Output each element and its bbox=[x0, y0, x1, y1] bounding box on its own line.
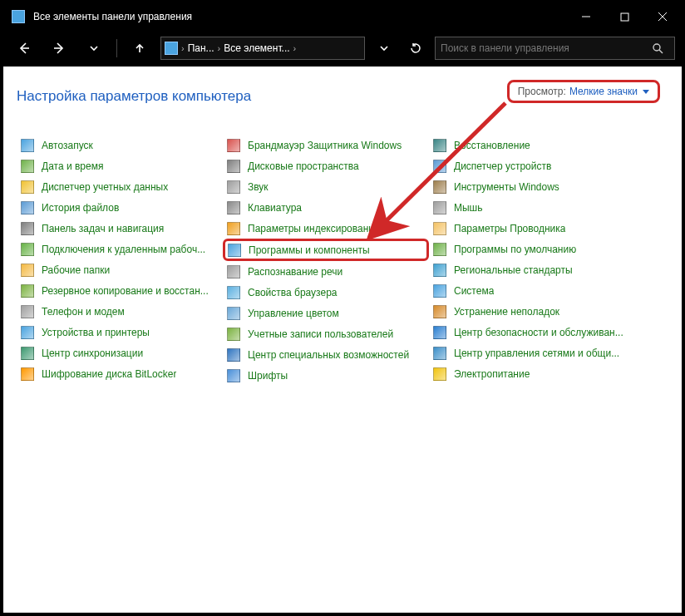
item-label: Дисковые пространства bbox=[248, 160, 359, 172]
item-icon bbox=[226, 221, 241, 236]
close-button[interactable] bbox=[643, 3, 682, 30]
item-label: Устранение неполадок bbox=[454, 306, 559, 318]
cp-item[interactable]: Мышь bbox=[429, 197, 635, 218]
item-label: Автозапуск bbox=[42, 140, 93, 151]
item-icon bbox=[20, 221, 35, 236]
cp-item[interactable]: Распознавание речи bbox=[223, 261, 429, 282]
chevron-right-icon: › bbox=[218, 43, 221, 53]
item-label: Диспетчер учетных данных bbox=[42, 181, 168, 193]
cp-item[interactable]: Телефон и модем bbox=[17, 301, 223, 322]
minimize-button[interactable] bbox=[567, 3, 605, 30]
cp-item[interactable]: Параметры индексирования bbox=[223, 218, 429, 239]
item-label: Восстановление bbox=[454, 140, 530, 151]
cp-item[interactable]: Устройства и принтеры bbox=[17, 322, 223, 342]
item-label: Программы по умолчанию bbox=[454, 244, 576, 255]
cp-item[interactable]: Свойства браузера bbox=[223, 282, 429, 303]
cp-item[interactable]: Шрифты bbox=[223, 365, 429, 386]
item-label: Резервное копирование и восстан... bbox=[42, 285, 209, 297]
item-icon bbox=[20, 325, 35, 340]
cp-item[interactable]: Система bbox=[429, 280, 635, 301]
item-label: Звук bbox=[248, 181, 269, 193]
address-dropdown[interactable] bbox=[372, 37, 397, 60]
item-icon bbox=[432, 138, 447, 153]
chevron-right-icon: › bbox=[181, 43, 185, 53]
cp-item[interactable]: Шифрование диска BitLocker bbox=[17, 363, 223, 384]
cp-item[interactable]: Дисковые пространства bbox=[223, 155, 429, 176]
nav-forward-button[interactable] bbox=[45, 37, 73, 60]
app-icon bbox=[12, 10, 25, 23]
address-bar[interactable]: › Пан... › Все элемент... › bbox=[160, 37, 365, 60]
item-label: Распознавание речи bbox=[248, 266, 342, 278]
cp-item[interactable]: Восстановление bbox=[429, 135, 635, 155]
search-icon[interactable] bbox=[646, 42, 669, 54]
item-label: Программы и компоненты bbox=[249, 244, 370, 256]
item-icon bbox=[227, 243, 242, 258]
cp-item[interactable]: Клавиатура bbox=[223, 197, 429, 218]
cp-item[interactable]: Брандмауэр Защитника Windows bbox=[223, 135, 429, 155]
item-label: Шифрование диска BitLocker bbox=[42, 368, 176, 380]
cp-item[interactable]: Учетные записи пользователей bbox=[223, 323, 429, 344]
cp-item[interactable]: Устранение неполадок bbox=[429, 301, 635, 322]
search-box[interactable] bbox=[435, 37, 675, 60]
item-icon bbox=[226, 180, 241, 195]
item-label: Дата и время bbox=[42, 160, 103, 172]
cp-item[interactable]: Диспетчер устройств bbox=[429, 155, 635, 176]
cp-item[interactable]: Электропитание bbox=[429, 363, 635, 384]
address-icon bbox=[165, 42, 178, 55]
item-icon bbox=[432, 263, 447, 278]
cp-item[interactable]: Инструменты Windows bbox=[429, 176, 635, 197]
cp-item[interactable]: Центр безопасности и обслуживан... bbox=[429, 322, 635, 342]
item-icon bbox=[20, 159, 35, 174]
view-value[interactable]: Мелкие значки bbox=[569, 86, 638, 97]
item-label: Параметры Проводника bbox=[454, 223, 565, 234]
column-1: Брандмауэр Защитника WindowsДисковые про… bbox=[223, 135, 429, 386]
items-grid: АвтозапускДата и времяДиспетчер учетных … bbox=[17, 135, 668, 386]
cp-item[interactable]: Параметры Проводника bbox=[429, 218, 635, 239]
item-label: Инструменты Windows bbox=[454, 181, 559, 193]
item-icon bbox=[226, 368, 241, 383]
item-label: Диспетчер устройств bbox=[454, 160, 551, 172]
item-icon bbox=[432, 200, 447, 215]
control-panel-window: Все элементы панели управления › Пан... bbox=[0, 0, 685, 616]
cp-item[interactable]: Дата и время bbox=[17, 155, 223, 176]
cp-item[interactable]: История файлов bbox=[17, 197, 223, 218]
cp-item[interactable]: Программы по умолчанию bbox=[429, 239, 635, 259]
cp-item[interactable]: Центр управления сетями и общи... bbox=[429, 342, 635, 363]
refresh-button[interactable] bbox=[403, 37, 428, 60]
item-label: Подключения к удаленным рабоч... bbox=[42, 244, 205, 255]
item-label: Параметры индексирования bbox=[248, 223, 379, 234]
search-input[interactable] bbox=[441, 42, 646, 54]
cp-item[interactable]: Рабочие папки bbox=[17, 259, 223, 280]
item-icon bbox=[20, 263, 35, 278]
item-icon bbox=[20, 304, 35, 319]
breadcrumb-2[interactable]: Все элемент... bbox=[224, 42, 289, 54]
item-icon bbox=[20, 346, 35, 361]
item-icon bbox=[432, 325, 447, 340]
cp-item[interactable]: Подключения к удаленным рабоч... bbox=[17, 239, 223, 259]
nav-up-button[interactable] bbox=[126, 37, 154, 60]
item-label: Система bbox=[454, 285, 494, 297]
cp-item[interactable]: Звук bbox=[223, 176, 429, 197]
cp-item[interactable]: Управление цветом bbox=[223, 303, 429, 323]
breadcrumb-1[interactable]: Пан... bbox=[188, 42, 214, 54]
item-icon bbox=[226, 159, 241, 174]
cp-item[interactable]: Региональные стандарты bbox=[429, 259, 635, 280]
column-2: ВосстановлениеДиспетчер устройствИнструм… bbox=[429, 135, 635, 386]
nav-back-button[interactable] bbox=[10, 37, 38, 60]
maximize-button[interactable] bbox=[605, 3, 643, 30]
item-icon bbox=[226, 285, 241, 300]
cp-item[interactable]: Диспетчер учетных данных bbox=[17, 176, 223, 197]
cp-item[interactable]: Резервное копирование и восстан... bbox=[17, 280, 223, 301]
cp-item[interactable]: Центр специальных возможностей bbox=[223, 344, 429, 365]
cp-item[interactable]: Программы и компоненты bbox=[223, 239, 429, 261]
cp-item[interactable]: Панель задач и навигация bbox=[17, 218, 223, 239]
view-selector[interactable]: Просмотр: Мелкие значки bbox=[507, 80, 660, 103]
item-label: Региональные стандарты bbox=[454, 264, 573, 276]
cp-item[interactable]: Автозапуск bbox=[17, 135, 223, 155]
column-0: АвтозапускДата и времяДиспетчер учетных … bbox=[17, 135, 223, 386]
navbar: › Пан... › Все элемент... › bbox=[3, 30, 682, 67]
nav-recent-button[interactable] bbox=[80, 37, 108, 60]
item-label: Электропитание bbox=[454, 368, 530, 380]
svg-point-6 bbox=[653, 44, 660, 51]
cp-item[interactable]: Центр синхронизации bbox=[17, 342, 223, 363]
